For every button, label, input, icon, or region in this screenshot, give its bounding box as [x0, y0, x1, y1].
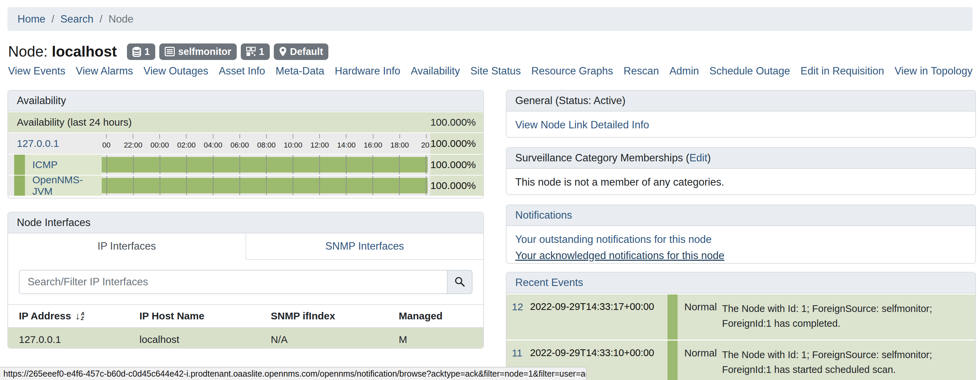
availability-summary-row: Availability (last 24 hours) 100.000%	[8, 111, 483, 132]
tab-snmp-interfaces[interactable]: SNMP Interfaces	[246, 234, 484, 259]
ip-interfaces-table: IP Address ↓AZ IP Host Name SNMP ifIndex…	[8, 304, 483, 349]
ip-interface-search	[19, 270, 473, 294]
availability-service-row: OpenNMS-JVM 100.000%	[8, 175, 483, 196]
recent-events-panel: Recent Events 12 2022-09-29T14:33:17+00:…	[506, 272, 976, 380]
node-id-badge[interactable]: 1	[127, 43, 155, 60]
availability-summary-label: Availability (last 24 hours)	[17, 116, 132, 128]
surveillance-panel-header: Surveillance Category Memberships (Edit)	[506, 148, 975, 169]
breadcrumb-separator: /	[51, 13, 54, 25]
col-ip-host-name[interactable]: IP Host Name	[139, 305, 271, 328]
surveillance-category-panel: Surveillance Category Memberships (Edit)…	[506, 147, 976, 195]
event-id-link[interactable]: 11	[512, 347, 522, 358]
tab-ip-interfaces[interactable]: IP Interfaces	[8, 234, 246, 260]
col-ip-address[interactable]: IP Address ↓AZ	[8, 305, 139, 328]
severity-color-bar	[668, 340, 678, 380]
interface-tabs: IP Interfaces SNMP Interfaces	[8, 234, 483, 260]
foreign-source-badge[interactable]: selfmonitor	[159, 43, 237, 60]
nav-view-alarms[interactable]: View Alarms	[76, 65, 133, 77]
view-node-link-detailed-info-link[interactable]: View Node Link Detailed Info	[515, 119, 649, 131]
browser-status-bar: https://265eeef0-e4f6-457c-b60d-c0d45c64…	[0, 367, 587, 380]
availability-panel-header: Availability	[8, 91, 483, 111]
node-label: Node:	[8, 43, 48, 60]
col-managed[interactable]: Managed	[399, 305, 483, 328]
edit-categories-link[interactable]: Edit	[689, 152, 707, 164]
service-opennms-jvm-link[interactable]: OpenNMS-JVM	[32, 174, 102, 197]
list-icon	[165, 47, 175, 56]
sort-alpha-down-icon[interactable]: ↓AZ	[75, 310, 84, 322]
service-availability-bar-chart	[102, 175, 430, 196]
cell-ip-address: 127.0.0.1	[8, 328, 139, 349]
nav-resource-graphs[interactable]: Resource Graphs	[531, 65, 613, 77]
status-url-text: https://265eeef0-e4f6-457c-b60d-c0d45c64…	[3, 369, 587, 378]
interfaces-count-badge[interactable]: 1	[241, 43, 270, 60]
recent-events-panel-header[interactable]: Recent Events	[506, 272, 975, 293]
badge-label: Default	[290, 46, 323, 57]
breadcrumb-current: Node	[108, 13, 134, 25]
database-icon	[132, 46, 141, 57]
service-availability-value: 100.000%	[430, 175, 483, 196]
acknowledged-notifications-link[interactable]: Your acknowledged notifications for this…	[515, 250, 967, 262]
table-row[interactable]: 127.0.0.1 localhost N/A M	[8, 328, 483, 349]
event-id-link[interactable]: 12	[512, 301, 523, 312]
node-title-row: Node: localhost 1 selfmonitor 1	[8, 42, 328, 61]
nav-availability[interactable]: Availability	[411, 65, 460, 77]
location-icon	[279, 46, 286, 57]
breadcrumb-search-link[interactable]: Search	[60, 13, 93, 25]
event-time: 2022-09-29T14:33:17+00:00	[527, 294, 662, 340]
nav-rescan[interactable]: Rescan	[624, 65, 659, 77]
notifications-panel-header[interactable]: Notifications	[506, 205, 975, 226]
nav-asset-info[interactable]: Asset Info	[219, 65, 265, 77]
opennms-node-page: Home / Search / Node Node: localhost 1 s…	[0, 0, 980, 380]
severity-color-bar	[668, 294, 678, 340]
availability-service-row: ICMP 100.000%	[8, 154, 483, 175]
location-badge[interactable]: Default	[274, 43, 328, 60]
breadcrumb-home-link[interactable]: Home	[18, 13, 46, 25]
search-input[interactable]	[19, 270, 447, 294]
surveillance-body-text: This node is not a member of any categor…	[506, 169, 975, 195]
badge-label: 1	[259, 46, 264, 57]
node-interfaces-header: Node Interfaces	[8, 213, 483, 234]
cell-ip-host-name: localhost	[139, 328, 271, 349]
service-availability-value: 100.000%	[430, 155, 483, 175]
availability-time-axis: 00 22:00 00:00 02:00 04:00 06:00 08:00 1…	[102, 133, 430, 154]
notifications-panel: Notifications Your outstanding notificat…	[506, 205, 976, 264]
search-button[interactable]	[447, 270, 473, 294]
availability-summary-value: 100.000%	[430, 116, 476, 128]
general-panel-header: General (Status: Active)	[506, 91, 975, 111]
event-severity: Normal	[678, 294, 715, 340]
node-name: localhost	[52, 43, 117, 60]
interface-127-0-0-1-link[interactable]: 127.0.0.1	[17, 138, 59, 149]
badge-label: selfmonitor	[178, 46, 231, 57]
availability-interface-row: 127.0.0.1 00 22:00 00:00 02:00 04:00 06:…	[8, 132, 483, 154]
bar-gridlines	[107, 176, 426, 195]
nav-view-in-topology[interactable]: View in Topology	[894, 65, 973, 77]
service-icmp-link[interactable]: ICMP	[32, 159, 57, 170]
outstanding-notifications-link[interactable]: Your outstanding notifications for this …	[515, 234, 967, 246]
general-panel: General (Status: Active) View Node Link …	[506, 90, 976, 138]
col-snmp-ifindex[interactable]: SNMP ifIndex	[271, 305, 399, 328]
event-severity: Normal	[678, 340, 715, 380]
nav-view-outages[interactable]: View Outages	[143, 65, 208, 77]
service-availability-bar-chart	[102, 155, 430, 175]
surveillance-header-text: Surveillance Category Memberships (	[515, 152, 689, 164]
node-action-nav: View Events View Alarms View Outages Ass…	[8, 65, 975, 77]
node-badges: 1 selfmonitor 1 Default	[127, 43, 328, 60]
nav-admin[interactable]: Admin	[670, 65, 699, 77]
nav-site-status[interactable]: Site Status	[471, 65, 521, 77]
nav-edit-in-requisition[interactable]: Edit in Requisition	[800, 65, 884, 77]
badge-label: 1	[145, 46, 150, 57]
service-indent-bar	[14, 155, 25, 175]
nav-hardware-info[interactable]: Hardware Info	[335, 65, 401, 77]
event-message: The Node with Id: 1; ForeignSource: self…	[715, 294, 975, 340]
surveillance-header-text: )	[707, 152, 711, 164]
nav-view-events[interactable]: View Events	[8, 65, 65, 77]
breadcrumb: Home / Search / Node	[7, 7, 973, 31]
cell-snmp-ifindex: N/A	[271, 328, 399, 349]
search-icon	[454, 276, 465, 288]
nav-meta-data[interactable]: Meta-Data	[275, 65, 324, 77]
nav-schedule-outage[interactable]: Schedule Outage	[710, 65, 791, 77]
bar-gridlines	[107, 155, 426, 174]
service-indent-bar	[14, 175, 25, 196]
interfaces-icon	[246, 47, 256, 56]
node-interfaces-panel: Node Interfaces IP Interfaces SNMP Inter…	[7, 212, 484, 349]
